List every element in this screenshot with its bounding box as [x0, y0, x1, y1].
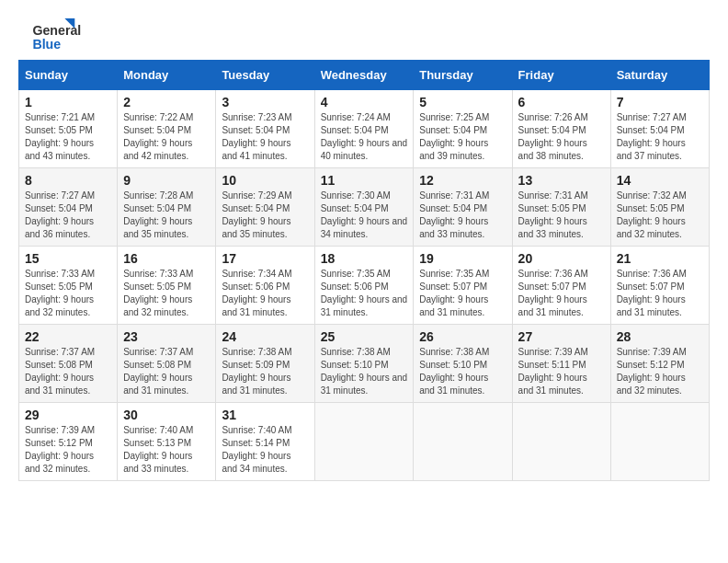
calendar-day-cell: 2 Sunrise: 7:22 AMSunset: 5:04 PMDayligh… — [118, 90, 216, 168]
calendar-day-cell: 4 Sunrise: 7:24 AMSunset: 5:04 PMDayligh… — [314, 90, 414, 168]
calendar-week-row: 22 Sunrise: 7:37 AMSunset: 5:08 PMDaylig… — [19, 325, 710, 403]
calendar-day-cell: 17 Sunrise: 7:34 AMSunset: 5:06 PMDaylig… — [216, 247, 314, 325]
day-number: 9 — [123, 173, 210, 188]
weekday-header: Sunday — [19, 61, 118, 90]
day-number: 29 — [25, 408, 111, 422]
day-info: Sunrise: 7:24 AMSunset: 5:04 PMDaylight:… — [321, 112, 408, 161]
weekday-header: Monday — [118, 61, 216, 90]
calendar-day-cell: 24 Sunrise: 7:38 AMSunset: 5:09 PMDaylig… — [216, 325, 314, 403]
weekday-header: Saturday — [610, 61, 709, 90]
day-info: Sunrise: 7:38 AMSunset: 5:10 PMDaylight:… — [321, 347, 408, 396]
day-info: Sunrise: 7:37 AMSunset: 5:08 PMDaylight:… — [25, 347, 95, 396]
calendar-week-row: 29 Sunrise: 7:39 AMSunset: 5:12 PMDaylig… — [19, 403, 710, 481]
day-number: 12 — [419, 173, 506, 188]
day-number: 19 — [419, 251, 506, 266]
day-number: 30 — [123, 408, 210, 422]
day-number: 11 — [321, 173, 408, 188]
calendar-table: SundayMondayTuesdayWednesdayThursdayFrid… — [18, 60, 710, 481]
day-number: 31 — [222, 408, 308, 422]
svg-text:Blue: Blue — [32, 37, 61, 51]
day-info: Sunrise: 7:35 AMSunset: 5:06 PMDaylight:… — [321, 269, 408, 317]
calendar-day-cell — [610, 403, 709, 481]
day-number: 22 — [25, 329, 111, 344]
day-info: Sunrise: 7:39 AMSunset: 5:11 PMDaylight:… — [518, 347, 588, 396]
calendar-day-cell: 27 Sunrise: 7:39 AMSunset: 5:11 PMDaylig… — [512, 325, 610, 403]
day-number: 23 — [123, 329, 210, 344]
calendar-day-cell — [314, 403, 414, 481]
day-number: 8 — [25, 173, 111, 188]
calendar-day-cell: 25 Sunrise: 7:38 AMSunset: 5:10 PMDaylig… — [314, 325, 414, 403]
day-number: 25 — [321, 329, 408, 344]
day-info: Sunrise: 7:37 AMSunset: 5:08 PMDaylight:… — [123, 347, 193, 396]
day-info: Sunrise: 7:39 AMSunset: 5:12 PMDaylight:… — [25, 425, 95, 474]
calendar-day-cell: 31 Sunrise: 7:40 AMSunset: 5:14 PMDaylig… — [216, 403, 314, 481]
day-info: Sunrise: 7:27 AMSunset: 5:04 PMDaylight:… — [25, 190, 95, 239]
calendar-day-cell: 3 Sunrise: 7:23 AMSunset: 5:04 PMDayligh… — [216, 90, 314, 168]
calendar-day-cell: 14 Sunrise: 7:32 AMSunset: 5:05 PMDaylig… — [610, 168, 709, 247]
calendar-day-cell: 11 Sunrise: 7:30 AMSunset: 5:04 PMDaylig… — [314, 168, 414, 247]
weekday-header-row: SundayMondayTuesdayWednesdayThursdayFrid… — [19, 61, 710, 90]
day-number: 6 — [518, 95, 605, 109]
day-info: Sunrise: 7:31 AMSunset: 5:04 PMDaylight:… — [419, 190, 489, 239]
day-number: 1 — [25, 95, 111, 109]
day-info: Sunrise: 7:28 AMSunset: 5:04 PMDaylight:… — [123, 190, 193, 239]
calendar-day-cell: 7 Sunrise: 7:27 AMSunset: 5:04 PMDayligh… — [610, 90, 709, 168]
day-info: Sunrise: 7:21 AMSunset: 5:05 PMDaylight:… — [25, 112, 95, 161]
weekday-header: Thursday — [414, 61, 512, 90]
calendar-day-cell: 26 Sunrise: 7:38 AMSunset: 5:10 PMDaylig… — [414, 325, 512, 403]
day-number: 24 — [222, 329, 308, 344]
day-info: Sunrise: 7:31 AMSunset: 5:05 PMDaylight:… — [518, 190, 588, 239]
day-number: 27 — [518, 329, 605, 344]
day-number: 15 — [25, 251, 111, 266]
day-info: Sunrise: 7:27 AMSunset: 5:04 PMDaylight:… — [617, 112, 687, 161]
day-info: Sunrise: 7:26 AMSunset: 5:04 PMDaylight:… — [518, 112, 588, 161]
day-number: 28 — [617, 329, 703, 344]
day-info: Sunrise: 7:36 AMSunset: 5:07 PMDaylight:… — [518, 269, 588, 317]
day-info: Sunrise: 7:36 AMSunset: 5:07 PMDaylight:… — [617, 269, 687, 317]
day-number: 10 — [222, 173, 308, 188]
calendar-day-cell: 19 Sunrise: 7:35 AMSunset: 5:07 PMDaylig… — [414, 247, 512, 325]
calendar-day-cell: 1 Sunrise: 7:21 AMSunset: 5:05 PMDayligh… — [19, 90, 118, 168]
logo-icon: General Blue — [18, 18, 92, 51]
day-number: 16 — [123, 251, 210, 266]
day-number: 21 — [617, 251, 703, 266]
calendar-day-cell: 9 Sunrise: 7:28 AMSunset: 5:04 PMDayligh… — [118, 168, 216, 247]
day-number: 7 — [617, 95, 703, 109]
logo: General Blue — [18, 18, 92, 51]
day-number: 2 — [123, 95, 210, 109]
day-number: 14 — [617, 173, 703, 188]
day-number: 17 — [222, 251, 308, 266]
day-number: 4 — [321, 95, 408, 109]
day-info: Sunrise: 7:33 AMSunset: 5:05 PMDaylight:… — [25, 269, 95, 317]
calendar-day-cell: 28 Sunrise: 7:39 AMSunset: 5:12 PMDaylig… — [610, 325, 709, 403]
day-info: Sunrise: 7:38 AMSunset: 5:10 PMDaylight:… — [419, 347, 489, 396]
day-number: 26 — [419, 329, 506, 344]
calendar-day-cell — [414, 403, 512, 481]
page-header: General Blue — [18, 18, 710, 51]
day-info: Sunrise: 7:33 AMSunset: 5:05 PMDaylight:… — [123, 269, 193, 317]
calendar-day-cell — [512, 403, 610, 481]
calendar-day-cell: 23 Sunrise: 7:37 AMSunset: 5:08 PMDaylig… — [118, 325, 216, 403]
day-info: Sunrise: 7:29 AMSunset: 5:04 PMDaylight:… — [222, 190, 291, 239]
day-info: Sunrise: 7:34 AMSunset: 5:06 PMDaylight:… — [222, 269, 291, 317]
calendar-day-cell: 18 Sunrise: 7:35 AMSunset: 5:06 PMDaylig… — [314, 247, 414, 325]
weekday-header: Tuesday — [216, 61, 314, 90]
day-info: Sunrise: 7:30 AMSunset: 5:04 PMDaylight:… — [321, 190, 408, 239]
calendar-day-cell: 5 Sunrise: 7:25 AMSunset: 5:04 PMDayligh… — [414, 90, 512, 168]
day-info: Sunrise: 7:38 AMSunset: 5:09 PMDaylight:… — [222, 347, 291, 396]
day-number: 13 — [518, 173, 605, 188]
day-info: Sunrise: 7:25 AMSunset: 5:04 PMDaylight:… — [419, 112, 489, 161]
day-number: 18 — [321, 251, 408, 266]
day-info: Sunrise: 7:23 AMSunset: 5:04 PMDaylight:… — [222, 112, 291, 161]
calendar-week-row: 15 Sunrise: 7:33 AMSunset: 5:05 PMDaylig… — [19, 247, 710, 325]
calendar-day-cell: 10 Sunrise: 7:29 AMSunset: 5:04 PMDaylig… — [216, 168, 314, 247]
calendar-day-cell: 6 Sunrise: 7:26 AMSunset: 5:04 PMDayligh… — [512, 90, 610, 168]
day-info: Sunrise: 7:40 AMSunset: 5:13 PMDaylight:… — [123, 425, 193, 474]
day-number: 5 — [419, 95, 506, 109]
day-info: Sunrise: 7:35 AMSunset: 5:07 PMDaylight:… — [419, 269, 489, 317]
calendar-day-cell: 29 Sunrise: 7:39 AMSunset: 5:12 PMDaylig… — [19, 403, 118, 481]
calendar-day-cell: 8 Sunrise: 7:27 AMSunset: 5:04 PMDayligh… — [19, 168, 118, 247]
calendar-week-row: 8 Sunrise: 7:27 AMSunset: 5:04 PMDayligh… — [19, 168, 710, 247]
weekday-header: Wednesday — [314, 61, 414, 90]
calendar-day-cell: 21 Sunrise: 7:36 AMSunset: 5:07 PMDaylig… — [610, 247, 709, 325]
